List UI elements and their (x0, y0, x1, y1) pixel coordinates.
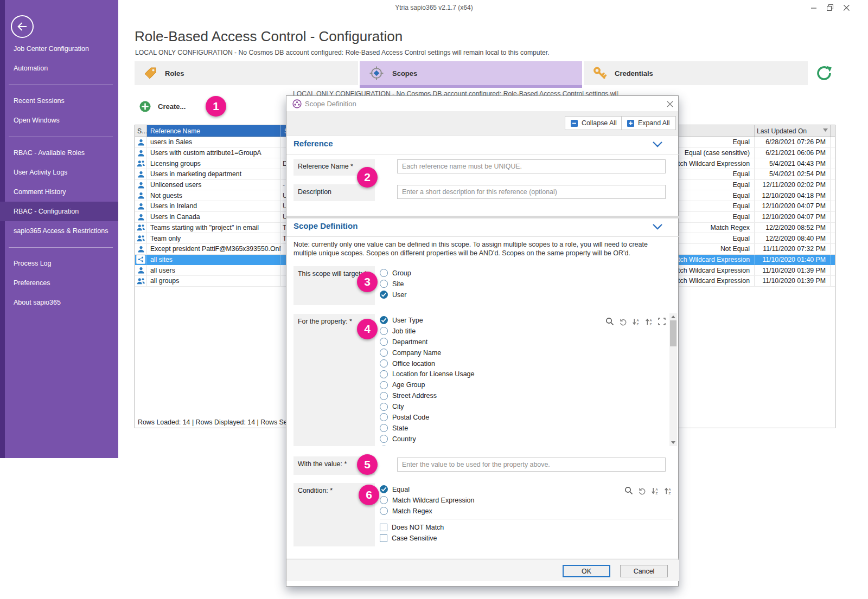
sidebar-item-label: Comment History (14, 188, 66, 196)
radio-option[interactable]: Group (380, 268, 411, 279)
search-icon[interactable] (624, 486, 633, 495)
sidebar-item[interactable]: Preferences (0, 273, 118, 293)
filter-dropdown-icon[interactable] (823, 128, 828, 132)
dialog-close-button[interactable] (665, 99, 675, 109)
row-type-icon (135, 180, 147, 190)
reference-collapse-chevron-icon[interactable] (652, 141, 663, 147)
radio-option[interactable]: Office location (380, 358, 662, 369)
sidebar-item[interactable]: Comment History (0, 182, 118, 202)
sidebar-item[interactable]: Process Log (0, 254, 118, 273)
scroll-up-icon[interactable] (669, 313, 677, 320)
reset-icon[interactable] (638, 487, 646, 495)
reference-name-cell: Users in Ireland (147, 201, 281, 211)
ok-button[interactable]: OK (563, 565, 610, 577)
radio-option[interactable]: Location for License Usage (380, 369, 662, 379)
sidebar-item-label: User Activity Logs (14, 169, 67, 176)
sidebar-item[interactable] (0, 78, 118, 91)
close-window-button[interactable] (840, 2, 853, 13)
radio-option[interactable]: Job title (380, 326, 662, 337)
radio-label: Postal Code (392, 414, 429, 421)
radio-option[interactable]: Match Regex (380, 506, 474, 517)
radio-icon (380, 496, 388, 504)
radio-icon (380, 485, 388, 493)
page-subtitle: LOCAL ONLY CONFIGURATION - No Cosmos DB … (135, 49, 550, 56)
radio-option[interactable]: Age Group (380, 379, 662, 390)
sidebar-item[interactable]: Open Windows (0, 111, 118, 130)
user-icon (137, 213, 145, 221)
back-button[interactable] (11, 15, 34, 38)
step-badge: 5 (357, 454, 378, 475)
sapio365-dialog-icon (292, 99, 302, 108)
search-icon[interactable] (605, 317, 614, 326)
sidebar-item[interactable] (0, 130, 118, 143)
minimize-button[interactable] (807, 2, 820, 13)
step-badge-number: 6 (366, 488, 372, 501)
sidebar-item[interactable]: RBAC - Available Roles (0, 143, 118, 163)
sort-descending-icon[interactable]: AZ (664, 487, 672, 495)
sidebar-item[interactable]: About sapio365 (0, 293, 118, 312)
row-type-icon (135, 169, 147, 179)
column-header-last-updated[interactable]: Last Updated On (755, 125, 831, 137)
checkbox-option[interactable]: Does NOT Match (380, 522, 444, 533)
sidebar-item[interactable]: User Activity Logs (0, 163, 118, 182)
group-icon (137, 234, 145, 242)
sidebar-item[interactable]: Recent Sessions (0, 91, 118, 111)
sidebar-item[interactable]: Automation (0, 59, 118, 78)
sort-ascending-icon[interactable]: AZ (651, 487, 659, 495)
sidebar-item[interactable]: sapio365 Access & Restrictions (0, 221, 118, 241)
property-list-tools: AZ AZ (605, 317, 666, 326)
tab-credentials-label: Credentials (615, 69, 653, 78)
radio-option[interactable] (380, 445, 662, 446)
radio-label: Office location (392, 360, 435, 368)
radio-option[interactable]: Equal (380, 484, 474, 495)
tab-credentials[interactable]: Credentials (584, 61, 808, 85)
collapse-all-button[interactable]: Collapse All (565, 116, 623, 130)
radio-option[interactable]: Site (380, 279, 411, 289)
radio-option[interactable]: Company Name (380, 347, 662, 358)
user-icon (137, 170, 145, 178)
restore-button[interactable] (824, 2, 837, 13)
sidebar-item[interactable]: Job Center Configuration (0, 39, 118, 59)
radio-option[interactable]: Street Address (380, 390, 662, 401)
user-icon (137, 181, 145, 189)
tab-scopes[interactable]: Scopes (360, 61, 582, 85)
last-updated-cell: 5/4/2021 02:54 PM (755, 169, 831, 179)
sort-ascending-icon[interactable]: AZ (632, 318, 640, 326)
radio-option[interactable]: Department (380, 337, 662, 347)
sidebar-item[interactable]: RBAC - Configuration (0, 202, 118, 221)
create-button[interactable]: Create... (139, 101, 186, 112)
radio-option[interactable]: Match Wildcard Expression (380, 495, 474, 506)
reference-name-cell: all users (147, 265, 281, 275)
reset-icon[interactable] (619, 318, 627, 326)
refresh-button[interactable] (815, 64, 833, 82)
radio-option[interactable]: City (380, 401, 662, 412)
group-icon (137, 159, 145, 168)
cancel-button[interactable]: Cancel (620, 565, 668, 577)
radio-option[interactable]: State (380, 423, 662, 434)
radio-icon (380, 291, 388, 299)
page-title: Role-Based Access Control - Configuratio… (135, 28, 403, 45)
property-list-scrollbar[interactable] (669, 313, 677, 446)
last-updated-cell: 12/2/2020 08:40 PM (755, 233, 831, 243)
scroll-down-icon[interactable] (669, 439, 677, 446)
radio-option[interactable]: User (380, 289, 411, 300)
minimize-icon (811, 5, 817, 11)
checkbox-option[interactable]: Case Sensitive (380, 533, 444, 544)
close-icon (667, 101, 673, 107)
scope-collapse-chevron-icon[interactable] (652, 223, 663, 230)
column-header-icon[interactable]: S... (135, 125, 147, 137)
expand-all-button[interactable]: Expand All (621, 116, 676, 130)
sidebar-item[interactable] (0, 241, 118, 254)
fullscreen-icon[interactable] (658, 318, 666, 325)
description-input[interactable] (397, 185, 666, 199)
sort-descending-icon[interactable]: AZ (645, 318, 653, 326)
value-input[interactable] (397, 458, 666, 472)
reference-name-input[interactable] (397, 159, 666, 173)
column-header-reference-name[interactable]: Reference Name (147, 125, 281, 137)
reference-name-cell: Except president PattiF@M365x393550.OnMi… (147, 244, 281, 254)
radio-icon (380, 327, 388, 335)
scrollbar-thumb[interactable] (670, 320, 676, 346)
radio-option[interactable]: Postal Code (380, 412, 662, 423)
tab-roles[interactable]: Roles (135, 61, 358, 85)
radio-option[interactable]: Country (380, 434, 662, 445)
